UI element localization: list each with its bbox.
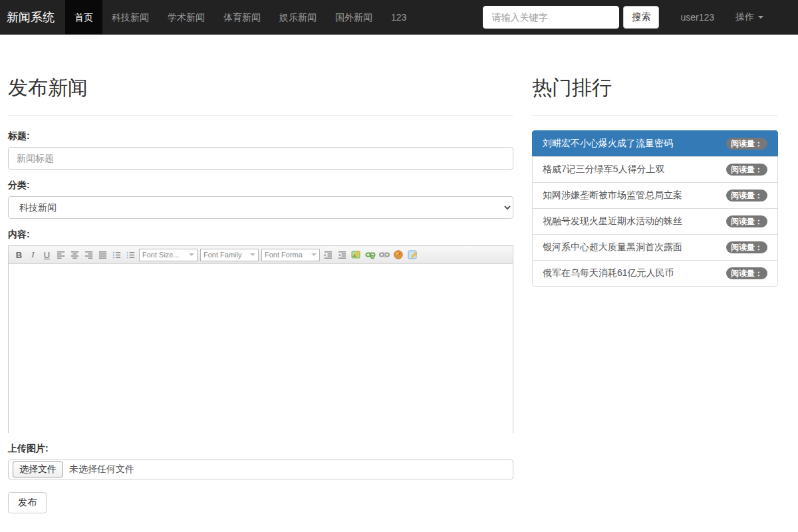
ranking-item-1[interactable]: 刘畊宏不小心爆火成了流量密码 阅读量： [532, 130, 778, 157]
ordered-list-button[interactable] [110, 248, 124, 262]
rich-text-editor: B I U [8, 245, 513, 433]
file-status-text: 未选择任何文件 [69, 464, 134, 475]
align-left-icon [56, 250, 66, 260]
actions-dropdown[interactable]: 操作 [735, 11, 763, 23]
align-right-icon [84, 250, 94, 260]
nav-item-foreign[interactable]: 国外新闻 [326, 0, 382, 35]
ordered-list-icon [112, 250, 122, 260]
ranking-item-title: 祝融号发现火星近期水活动的蛛丝 [543, 215, 682, 227]
ranking-item-title: 俄军在乌每天消耗61亿元人民币 [543, 267, 674, 279]
publish-section: 发布新闻 标题: 分类: 科技新闻 内容: B I U [8, 35, 513, 513]
top-navbar: 新闻系统 首页 科技新闻 学术新闻 体育新闻 娱乐新闻 国外新闻 123 搜索 … [0, 0, 798, 35]
page-title: 发布新闻 [8, 74, 513, 102]
username-label[interactable]: user123 [680, 12, 714, 23]
title-input[interactable] [8, 147, 513, 170]
ranking-item-6[interactable]: 俄军在乌每天消耗61亿元人民币 阅读量： [532, 260, 778, 287]
app-brand[interactable]: 新闻系统 [0, 0, 65, 35]
indent-button[interactable] [321, 248, 335, 262]
font-family-select[interactable]: Font Family [200, 249, 259, 261]
font-size-select[interactable]: Font Size... [139, 249, 198, 261]
read-count-badge: 阅读量： [726, 215, 767, 227]
actions-dropdown-label: 操作 [735, 11, 754, 23]
ranking-section: 热门排行 刘畊宏不小心爆火成了流量密码 阅读量： 格威7记三分绿军5人得分上双 … [532, 35, 778, 513]
publish-button[interactable]: 发布 [8, 492, 47, 513]
nav-item-tech[interactable]: 科技新闻 [102, 0, 158, 35]
editor-content-area[interactable] [9, 264, 513, 433]
choose-file-button[interactable]: 选择文件 [13, 462, 63, 477]
caret-down-icon [758, 16, 763, 19]
file-input[interactable]: 选择文件 未选择任何文件 [8, 460, 513, 479]
unordered-list-button[interactable] [124, 248, 138, 262]
align-center-icon [70, 250, 80, 260]
insert-image-button[interactable] [349, 248, 363, 262]
image-icon [351, 249, 362, 260]
search-input[interactable] [483, 6, 619, 29]
caret-down-icon [311, 253, 317, 256]
italic-button[interactable]: I [26, 248, 40, 262]
bold-button[interactable]: B [12, 248, 26, 262]
page-content: 发布新闻 标题: 分类: 科技新闻 内容: B I U [0, 35, 798, 513]
read-count-badge: 阅读量： [726, 241, 767, 253]
nav-item-entertainment[interactable]: 娱乐新闻 [270, 0, 326, 35]
unlink-icon [379, 249, 390, 260]
link-button[interactable] [363, 248, 377, 262]
unlink-button[interactable] [377, 248, 391, 262]
ranking-title: 热门排行 [532, 74, 778, 102]
ranking-item-title: 知网涉嫌垄断被市场监管总局立案 [543, 190, 682, 201]
color-palette-icon [393, 249, 404, 260]
ranking-item-4[interactable]: 祝融号发现火星近期水活动的蛛丝 阅读量： [532, 208, 778, 235]
link-icon [365, 249, 376, 260]
ranking-header: 热门排行 [532, 74, 778, 116]
read-count-badge: 阅读量： [726, 164, 767, 176]
title-group: 标题: [8, 130, 513, 170]
search-button[interactable]: 搜索 [623, 6, 659, 29]
main-nav: 首页 科技新闻 学术新闻 体育新闻 娱乐新闻 国外新闻 123 [65, 0, 416, 35]
editor-toolbar: B I U [9, 246, 513, 264]
upload-label: 上传图片: [8, 443, 513, 455]
caret-down-icon [189, 253, 194, 256]
align-justify-button[interactable] [96, 248, 110, 262]
source-edit-button[interactable] [405, 248, 419, 262]
align-center-button[interactable] [68, 248, 82, 262]
align-left-button[interactable] [54, 248, 68, 262]
nav-item-sports[interactable]: 体育新闻 [214, 0, 270, 35]
read-count-badge: 阅读量： [726, 190, 767, 201]
title-label: 标题: [8, 130, 513, 142]
navbar-right: 搜索 user123 操作 [483, 6, 798, 29]
nav-item-123[interactable]: 123 [382, 0, 416, 35]
nav-item-home[interactable]: 首页 [65, 0, 102, 35]
ranking-item-title: 刘畊宏不小心爆火成了流量密码 [543, 138, 673, 150]
nav-item-academic[interactable]: 学术新闻 [158, 0, 214, 35]
indent-icon [323, 250, 333, 260]
read-count-badge: 阅读量： [726, 267, 767, 279]
caret-down-icon [250, 253, 255, 256]
content-group: 内容: B I U [8, 229, 513, 433]
ranking-list: 刘畊宏不小心爆火成了流量密码 阅读量： 格威7记三分绿军5人得分上双 阅读量： … [532, 130, 778, 287]
outdent-icon [337, 250, 347, 260]
category-label: 分类: [8, 180, 513, 192]
align-justify-icon [98, 250, 108, 260]
underline-button[interactable]: U [40, 248, 54, 262]
font-size-label: Font Size... [142, 251, 180, 259]
upload-group: 上传图片: 选择文件 未选择任何文件 [8, 443, 513, 479]
font-format-label: Font Forma [265, 251, 303, 259]
font-format-select[interactable]: Font Forma [261, 249, 320, 261]
ranking-item-5[interactable]: 银河系中心超大质量黑洞首次露面 阅读量： [532, 234, 778, 261]
font-family-label: Font Family [203, 251, 241, 259]
ranking-item-title: 银河系中心超大质量黑洞首次露面 [543, 241, 682, 253]
read-count-badge: 阅读量： [726, 138, 767, 150]
ranking-item-3[interactable]: 知网涉嫌垄断被市场监管总局立案 阅读量： [532, 182, 778, 209]
category-group: 分类: 科技新闻 [8, 180, 513, 219]
align-right-button[interactable] [82, 248, 96, 262]
category-select[interactable]: 科技新闻 [8, 196, 513, 219]
source-edit-icon [407, 249, 418, 260]
outdent-button[interactable] [335, 248, 349, 262]
ranking-item-2[interactable]: 格威7记三分绿军5人得分上双 阅读量： [532, 156, 778, 183]
content-label: 内容: [8, 229, 513, 241]
color-palette-button[interactable] [391, 248, 405, 262]
publish-header: 发布新闻 [8, 74, 513, 116]
ranking-item-title: 格威7记三分绿军5人得分上双 [543, 164, 665, 176]
unordered-list-icon [126, 250, 136, 260]
